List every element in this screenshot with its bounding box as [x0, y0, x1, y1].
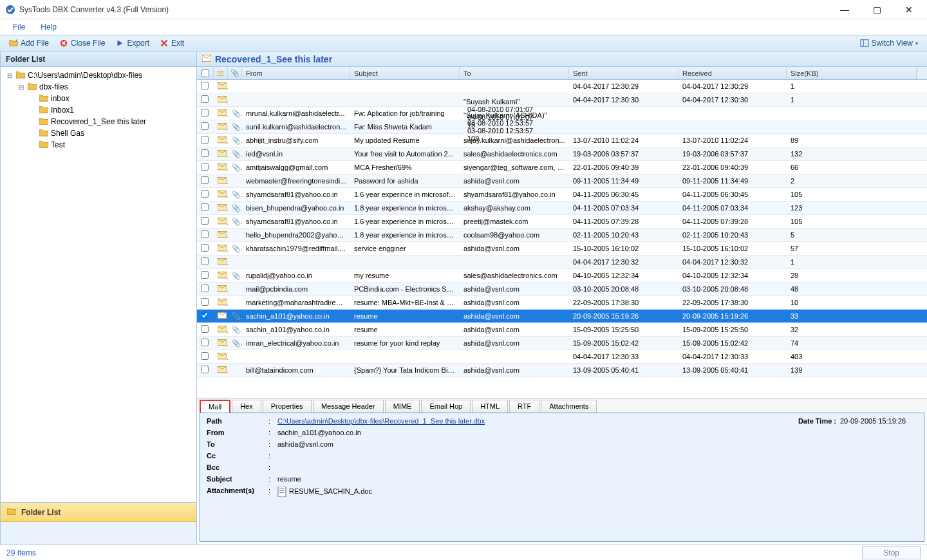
cell-sent: 15-09-2005 15:25:50 [569, 326, 679, 333]
path-value[interactable]: C:\Users\admin\Desktop\dbx-files\Recover… [277, 417, 485, 425]
switch-view-button[interactable]: Switch View ▾ [855, 37, 923, 49]
tree-item[interactable]: Test [1, 139, 196, 151]
table-row[interactable]: hello_bhupendra2002@yahoo....1.8 year ex… [197, 229, 927, 242]
row-checkbox[interactable] [201, 136, 209, 144]
close-button[interactable]: ✕ [899, 5, 919, 15]
column-attachment[interactable]: 📎 [228, 67, 242, 79]
row-checkbox[interactable] [201, 230, 209, 238]
cell-to: akshay@akshay.com [460, 204, 569, 212]
table-row[interactable]: mail@pcbindia.comPCBindia.com - Electron… [197, 283, 927, 296]
toggle-icon[interactable]: ⊟ [6, 72, 14, 79]
table-row[interactable]: webmaster@freeringtonesindi...Password f… [197, 174, 927, 188]
minimize-button[interactable]: — [834, 5, 855, 15]
row-checkbox[interactable] [201, 339, 209, 346]
cell-size: 32 [787, 326, 927, 333]
row-checkbox[interactable] [201, 325, 209, 333]
column-to[interactable]: To [460, 67, 569, 79]
row-checkbox[interactable] [201, 217, 209, 225]
layout-icon [860, 39, 869, 48]
row-checkbox[interactable] [201, 366, 209, 373]
export-button[interactable]: Export [110, 37, 154, 49]
folder-icon [39, 94, 48, 104]
column-from[interactable]: From [242, 67, 350, 79]
stop-button[interactable]: Stop [862, 546, 921, 559]
column-received[interactable]: Received [679, 67, 787, 79]
row-checkbox[interactable] [201, 203, 209, 211]
exit-button[interactable]: Exit [154, 37, 189, 49]
row-checkbox[interactable] [201, 82, 209, 89]
tab-message-header[interactable]: Message Header [313, 400, 384, 413]
table-row[interactable]: 📎shyamdsaraf81@yahoo.co.in1.6 year exper… [197, 215, 927, 229]
row-checkbox[interactable] [201, 352, 209, 360]
row-checkbox[interactable] [201, 244, 209, 252]
column-size[interactable]: Size(KB) [787, 67, 917, 79]
row-checkbox[interactable] [201, 190, 209, 198]
cell-sent: 20-09-2005 15:19:26 [569, 312, 679, 320]
table-row[interactable]: 📎sachin_a101@yahoo.co.inresumeashida@vsn… [197, 310, 927, 323]
column-checkbox[interactable] [197, 67, 214, 79]
tree-item[interactable]: ⊟C:\Users\admin\Desktop\dbx-files [1, 70, 196, 81]
table-row[interactable]: 📎bisen_bhupendra@yahoo.co.in1.8 year exp… [197, 201, 927, 215]
column-sent[interactable]: Sent [569, 67, 679, 79]
row-checkbox[interactable] [201, 271, 209, 279]
row-checkbox[interactable] [201, 257, 209, 265]
cell-sent: 22-01-2006 09:40:39 [569, 163, 679, 171]
toggle-icon[interactable]: ⊟ [17, 84, 25, 91]
table-row[interactable]: 📎imran_electrical@yahoo.co.inresume for … [197, 337, 927, 350]
folder-tree[interactable]: ⊟C:\Users\admin\Desktop\dbx-files⊟dbx-fi… [1, 67, 196, 502]
add-file-button[interactable]: + Add File [4, 37, 54, 49]
tree-item[interactable]: Inbox1 [1, 104, 196, 116]
row-checkbox[interactable] [201, 122, 209, 130]
menu-help[interactable]: Help [33, 21, 64, 33]
folder-list-tab[interactable]: Folder List [1, 503, 196, 522]
row-checkbox[interactable] [201, 109, 209, 117]
table-row[interactable]: 📎sunil.kulkarni@ashidaelectron...Fw: Mis… [197, 120, 927, 134]
row-checkbox[interactable] [201, 163, 209, 171]
column-icon[interactable] [214, 67, 228, 79]
tree-item[interactable]: Shell Gas [1, 127, 196, 139]
cell-sent: 04-11-2005 07:39:28 [569, 218, 679, 225]
table-row[interactable]: bill@tataindicom.com{Spam?} Your Tata In… [197, 364, 927, 377]
cell-received: 04-04-2017 12:30:30 [679, 96, 787, 104]
envelope-icon [218, 205, 227, 212]
table-row[interactable]: 📎kharatsachin1979@rediffmail....service … [197, 242, 927, 256]
close-file-button[interactable]: Close File [54, 37, 110, 49]
table-row[interactable]: 04-04-2017 12:30:3204-04-2017 12:30:321 [197, 256, 927, 269]
tab-hex[interactable]: Hex [232, 400, 261, 413]
envelope-icon [218, 272, 227, 280]
table-row[interactable]: 📎shyamdsaraf81@yahoo.co.in1.6 year exper… [197, 188, 927, 201]
row-checkbox[interactable] [201, 298, 209, 306]
tab-mime[interactable]: MIME [385, 400, 420, 413]
row-checkbox[interactable] [201, 312, 209, 319]
column-subject[interactable]: Subject [350, 67, 460, 79]
table-row[interactable]: 📎sachin_a101@yahoo.co.inresumeashida@vsn… [197, 323, 927, 337]
cell-received: 03-08-2010 12:53:57 [464, 127, 569, 135]
table-row[interactable]: 04-04-2017 12:30:3304-04-2017 12:30:3340… [197, 350, 927, 364]
row-checkbox[interactable] [201, 95, 209, 103]
attachment-value[interactable]: RESUME_SACHIN_A.doc [289, 487, 372, 495]
tab-properties[interactable]: Properties [263, 400, 312, 413]
tab-rtf[interactable]: RTF [509, 400, 539, 413]
maximize-button[interactable]: ▢ [866, 5, 887, 15]
row-checkbox[interactable] [201, 285, 209, 292]
grid-body[interactable]: 04-04-2017 12:30:2904-04-2017 12:30:2910… [197, 80, 927, 398]
tree-item[interactable]: inbox [1, 93, 196, 104]
table-row[interactable]: 📎abhijit_instru@sify.comMy updated Resum… [197, 134, 927, 147]
table-row[interactable]: 📎ied@vsnl.inYour free visit to Automatio… [197, 147, 927, 161]
table-row[interactable]: 📎amitjaiswalgg@gmail.comMCA Fresher/69%s… [197, 161, 927, 174]
tree-item[interactable]: ⊟dbx-files [1, 81, 196, 93]
cell-size: 1 [787, 258, 927, 266]
tree-item[interactable]: Recovered_1_See this later [1, 116, 196, 127]
tab-email-hop[interactable]: Email Hop [421, 400, 471, 413]
tab-html[interactable]: HTML [472, 400, 508, 413]
cell-sent: 22-09-2005 17:38:30 [569, 299, 679, 306]
tab-mail[interactable]: Mail [200, 400, 230, 413]
menu-file[interactable]: File [5, 21, 33, 33]
row-checkbox[interactable] [201, 149, 209, 157]
table-row[interactable]: marketing@maharashtradirect...resume: MB… [197, 296, 927, 310]
tab-attachments[interactable]: Attachments [541, 400, 597, 413]
table-row[interactable]: 04-04-2017 12:30:2904-04-2017 12:30:291 [197, 80, 927, 93]
cell-subject: PCBindia.com - Electronics Sou... [350, 285, 460, 293]
row-checkbox[interactable] [201, 176, 209, 184]
table-row[interactable]: 📎rupalidj@yahoo.co.inmy resumesales@ashi… [197, 269, 927, 283]
